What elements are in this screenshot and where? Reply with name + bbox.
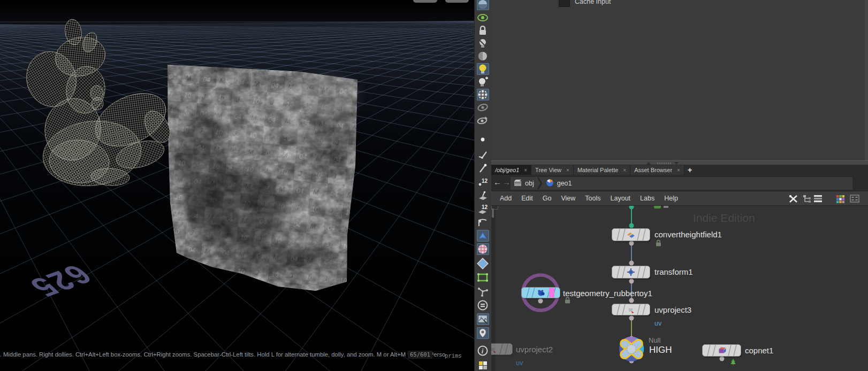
no-lights-icon[interactable] bbox=[477, 37, 489, 49]
display-shaded-icon[interactable] bbox=[477, 0, 489, 10]
headlight-icon[interactable] bbox=[477, 63, 489, 75]
xray-display-icon[interactable] bbox=[477, 243, 489, 255]
right-pane: Cache Input /obj/geo1×Tree View×Material… bbox=[491, 0, 868, 371]
tab-label: Tree View bbox=[535, 167, 561, 173]
node-label-uvproject3: uvproject3 bbox=[654, 305, 691, 314]
path-crumb-label: obj bbox=[525, 180, 534, 187]
path-crumb-obj[interactable]: obj bbox=[511, 179, 537, 188]
path-separator-chevron bbox=[537, 177, 543, 190]
tab-label: Asset Browser bbox=[634, 167, 672, 173]
viewport-help-text: s. Middle pans. Right dollies. Ctrl+Alt+… bbox=[0, 351, 474, 358]
svg-text:12: 12 bbox=[482, 204, 488, 210]
path-field[interactable]: objgeo1 bbox=[510, 176, 853, 190]
point-normals-icon[interactable] bbox=[477, 149, 489, 160]
tab--obj-geo1[interactable]: /obj/geo1× bbox=[491, 165, 531, 175]
menu-labs[interactable]: Labs bbox=[635, 195, 659, 202]
dotted-grid-icon[interactable] bbox=[850, 195, 859, 205]
splitter-up-arrow[interactable] bbox=[646, 162, 651, 165]
tab-material-palette[interactable]: Material Palette× bbox=[574, 165, 630, 175]
show-objects-icon[interactable] bbox=[477, 114, 489, 126]
tab-close-icon[interactable]: × bbox=[566, 167, 569, 173]
tab-close-icon[interactable]: × bbox=[623, 167, 626, 173]
tab-close-icon[interactable]: × bbox=[524, 167, 527, 173]
cache-input-checkbox[interactable] bbox=[559, 0, 570, 7]
splitter-down-arrow[interactable] bbox=[674, 162, 679, 165]
obj-icon bbox=[514, 179, 522, 188]
menu-add[interactable]: Add bbox=[495, 195, 516, 202]
prim-counter-badge: 65/601 bbox=[408, 351, 432, 359]
prim-numbers-icon[interactable]: 12 bbox=[477, 203, 489, 215]
node-convertheightfield1 bbox=[612, 229, 651, 243]
node-testgeometry_rubbertoy1 bbox=[522, 288, 561, 300]
menu-go[interactable]: Go bbox=[538, 195, 557, 202]
new-tab-button[interactable]: + bbox=[684, 165, 695, 175]
ghost-objects-icon[interactable] bbox=[477, 12, 489, 24]
point-numbers-icon[interactable]: 12 bbox=[477, 176, 489, 188]
uv-attribute-tag: uv bbox=[654, 320, 661, 327]
node-label-uvproject2: uvproject2 bbox=[516, 345, 553, 354]
svg-text:i: i bbox=[482, 347, 484, 355]
pin-view-icon[interactable] bbox=[477, 327, 489, 339]
cache-input-label: Cache Input bbox=[575, 0, 611, 5]
path-crumb-label: geo1 bbox=[557, 180, 572, 187]
menu-edit[interactable]: Edit bbox=[516, 195, 538, 202]
node-uvproject2 bbox=[491, 344, 514, 357]
high-quality-light-icon[interactable] bbox=[477, 76, 489, 88]
parameter-pane: Cache Input bbox=[491, 0, 868, 160]
scene-viewport[interactable]: J 10 04 M bbox=[0, 0, 474, 371]
menu-view[interactable]: View bbox=[556, 195, 580, 202]
color-grid-icon[interactable] bbox=[836, 195, 845, 205]
tab-label: /obj/geo1 bbox=[495, 167, 519, 173]
display-points-icon[interactable] bbox=[477, 134, 489, 145]
tab-close-icon[interactable]: × bbox=[677, 167, 680, 173]
fan-icon[interactable] bbox=[477, 285, 489, 297]
info-icon[interactable]: i bbox=[477, 345, 489, 357]
rubbertoy-wireframe bbox=[20, 18, 175, 191]
viewport-canvas: J 10 04 M bbox=[0, 0, 474, 371]
network-editor[interactable]: Indie Edition convertheightfield1transfo… bbox=[491, 206, 868, 371]
menu-tools[interactable]: Tools bbox=[580, 195, 605, 202]
node-uvproject3 bbox=[612, 304, 651, 317]
pane-tab-bar: /obj/geo1×Tree View×Material Palette×Ass… bbox=[491, 165, 868, 175]
svg-text:12: 12 bbox=[482, 178, 488, 184]
tools-wrench-icon[interactable] bbox=[789, 195, 798, 205]
hide-objects-icon[interactable] bbox=[477, 102, 489, 113]
lock-camera-icon[interactable] bbox=[477, 25, 489, 36]
node-copnet1 bbox=[703, 345, 742, 358]
parameter-scrollbar[interactable] bbox=[865, 0, 868, 160]
hull-display-icon[interactable] bbox=[477, 217, 489, 228]
isolate-icon[interactable] bbox=[477, 258, 489, 269]
node-transform1 bbox=[612, 266, 651, 280]
nav-forward-button[interactable]: → bbox=[502, 177, 511, 187]
material-sphere-icon[interactable] bbox=[477, 89, 489, 101]
cache-input-row: Cache Input bbox=[559, 0, 611, 7]
pane-splitter[interactable] bbox=[491, 160, 868, 165]
tree-hierarchy-icon[interactable] bbox=[803, 195, 811, 205]
tab-asset-browser[interactable]: Asset Browser× bbox=[630, 165, 684, 175]
prim-normals-icon[interactable] bbox=[477, 190, 489, 202]
node-label-high: HIGH bbox=[649, 345, 672, 355]
heightfield-terrain bbox=[167, 65, 359, 291]
network-path-bar: ← → objgeo1 bbox=[491, 175, 868, 191]
menu-help[interactable]: Help bbox=[659, 195, 683, 202]
splitter-grip[interactable] bbox=[657, 163, 671, 164]
pane-handle-right[interactable] bbox=[445, 0, 469, 3]
shade-open-curves-icon[interactable] bbox=[477, 230, 489, 242]
point-trails-icon[interactable] bbox=[477, 163, 489, 175]
visualizer-icon[interactable] bbox=[477, 299, 489, 311]
view-mask-icon[interactable] bbox=[477, 272, 489, 283]
path-crumb-geo1[interactable]: geo1 bbox=[543, 179, 575, 188]
list-view-icon[interactable] bbox=[813, 195, 823, 205]
menu-layout[interactable]: Layout bbox=[606, 195, 636, 202]
normal-lights-icon[interactable] bbox=[477, 50, 489, 62]
tab-tree-view[interactable]: Tree View× bbox=[531, 165, 574, 175]
color-scheme-icon[interactable] bbox=[477, 359, 489, 371]
nav-back-button[interactable]: ← bbox=[493, 177, 501, 187]
prim-counter-label: prims bbox=[445, 352, 462, 359]
pane-handle-left[interactable] bbox=[413, 0, 437, 3]
geo-icon bbox=[546, 179, 554, 188]
network-menu-bar: AddEditGoViewToolsLayoutLabsHelp bbox=[491, 191, 868, 206]
null-type-label: Null bbox=[649, 336, 660, 344]
snapshot-icon[interactable] bbox=[477, 313, 489, 325]
node-label-transform1: transform1 bbox=[654, 267, 693, 276]
